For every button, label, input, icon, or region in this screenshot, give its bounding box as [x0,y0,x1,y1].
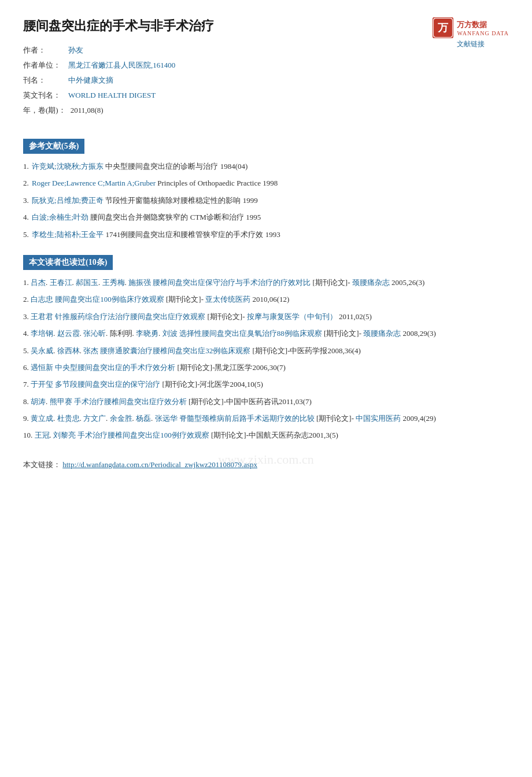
logo-sub-text: WANFANG DATA [457,30,509,36]
related-7-title[interactable]: 多节段腰间盘突出症的保守治疗 [55,380,160,388]
institution-label: 作者单位： [23,58,64,73]
related-item-6: 6. 遇恒新 中央型腰间盘突出症的手术疗效分析 [期刊论文]-黑龙江医学2006… [23,361,509,374]
related-4-author-2[interactable]: 赵云霞 [57,329,80,338]
svg-text:万: 万 [437,22,449,34]
related-8-author-1[interactable]: 胡涛 [31,397,46,406]
refs-section-header: 参考文献(5条) [23,139,84,154]
related-1-author-1[interactable]: 吕杰 [31,278,46,287]
journal-label: 刊名： [23,73,64,88]
related-7-author[interactable]: 于开玺 [31,380,53,388]
ref-5-year: 1993 [265,230,280,239]
related-item-9: 9. 黄立成. 杜贵忠. 方文广. 余金胜. 杨磊. 张远华 脊髓型颈椎病前后路… [23,412,509,425]
journal-link[interactable]: 中外健康文摘 [68,76,113,84]
ref-1-authors[interactable]: 许竞斌;沈晓秋;方振东 [32,162,104,171]
year-label: 年，卷(期)： [23,103,66,118]
related-9-author-4[interactable]: 余金胜 [110,414,132,423]
related-8-title[interactable]: 手术治疗腰椎间盘突出症疗效分析 [74,397,187,406]
ref-5-title: 1741例腰间盘突出症和腰椎管狭窄症的手术疗效 [105,230,265,239]
ref-4-title: 腰间盘突出合并侧隐窝狭窄的 CTM诊断和治疗 [90,213,246,221]
institution-value: 黑龙江省嫩江县人民医院,161400 [68,58,175,73]
related-item-10: 10. 王冠. 刘黎亮 手术治疗腰椎间盘突出症100例疗效观察 [期刊论文]-中… [23,428,509,442]
ref-2-year: 1998 [263,179,278,187]
related-1-author-3[interactable]: 郝国玉 [76,278,98,287]
ref-1-title: 中央型腰间盘突出症的诊断与治疗 [105,162,220,171]
related-2-title[interactable]: 腰间盘突出症100例临床疗效观察 [55,295,164,304]
ref-3-title: 节段性开窗髓核摘除对腰椎稳定性的影响 [105,196,242,205]
ref-2-title: Principles of Orthopaedic Practice [157,179,263,187]
ref-item-2: 2. Roger Dee;Lawrence C;Martin A;Gruber … [23,176,509,190]
en-journal-value: WORLD HEALTH DIGEST [68,88,156,103]
related-5-author-3[interactable]: 张杰 [83,346,98,355]
related-9-author-2[interactable]: 杜贵忠 [57,414,80,423]
related-4-author-5[interactable]: 李晓勇 [136,329,158,338]
en-journal-link[interactable]: WORLD HEALTH DIGEST [68,91,156,99]
related-5-author-2[interactable]: 徐西林 [57,346,80,355]
related-4-author-1[interactable]: 李培钢 [31,329,53,338]
ref-4-year: 1995 [246,213,261,221]
related-10-title[interactable]: 手术治疗腰椎间盘突出症100例疗效观察 [77,431,209,439]
ref-5-authors[interactable]: 李稔生;陆裕朴;王金平 [32,230,104,239]
related-4-title[interactable]: 选择性腰间盘突出症臭氧治疗88例临床观察 [179,329,322,338]
related-item-7: 7. 于开玺 多节段腰间盘突出症的保守治疗 [期刊论文]-河北医学2004,10… [23,378,509,391]
related-9-author-3[interactable]: 方文广 [83,414,106,423]
ref-2-authors[interactable]: Roger Dee;Lawrence C;Martin A;Gruber [32,179,156,187]
author-label: 作者： [23,43,64,58]
related-5-title[interactable]: 腰痹通胶囊治疗腰椎间盘突出症32例临床观察 [100,346,250,355]
footer-link-section: 本文链接： http://d.wanfangdata.com.cn/Period… [23,460,509,470]
related-8-author-2[interactable]: 熊甲赛 [50,397,72,406]
ref-4-authors[interactable]: 白波;余楠生;叶劲 [32,213,88,221]
related-6-title[interactable]: 中央型腰间盘突出症的手术疗效分析 [55,363,175,372]
ref-1-year: 1984(04) [220,162,248,171]
logo-brand-text: 万方数据 [457,20,509,30]
ref-item-3: 3. 阮狄克;吕维加;费正奇 节段性开窗髓核摘除对腰椎稳定性的影响 1999 [23,194,509,207]
related-5-author-1[interactable]: 吴永威 [31,346,53,355]
related-10-author-2[interactable]: 刘黎亮 [53,431,76,439]
ref-item-1: 1. 许竞斌;沈晓秋;方振东 中央型腰间盘突出症的诊断与治疗 1984(04) [23,160,509,173]
related-9-author-5[interactable]: 杨磊 [136,414,151,423]
related-1-author-5[interactable]: 施振强 [128,278,151,287]
ref-3-authors[interactable]: 阮狄克;吕维加;费正奇 [32,196,104,205]
related-item-4: 4. 李培钢. 赵云霞. 张沁昕. 陈利明. 李晓勇. 刘波 选择性腰间盘突出症… [23,327,509,340]
related-1-journal[interactable]: 颈腰痛杂志 [352,278,390,287]
ref-item-5: 5. 李稔生;陆裕朴;王金平 1741例腰间盘突出症和腰椎管狭窄症的手术疗效 1… [23,228,509,241]
institution-link[interactable]: 黑龙江省嫩江县人民医院,161400 [68,61,175,69]
related-3-journal[interactable]: 按摩与康复医学（中旬刊） [247,312,337,321]
related-item-1: 1. 吕杰. 王春江. 郝国玉. 王秀梅. 施振强 腰椎间盘突出症保守治疗与手术… [23,276,509,289]
related-item-5: 5. 吴永威. 徐西林. 张杰 腰痹通胶囊治疗腰椎间盘突出症32例临床观察 [期… [23,344,509,357]
related-9-author-1[interactable]: 黄立成 [31,414,53,423]
related-2-journal[interactable]: 亚太传统医药 [205,295,250,304]
year-value: 2011,08(8) [71,103,104,118]
author-link[interactable]: 孙友 [68,46,83,54]
footer-link-label: 本文链接： [23,460,61,469]
related-1-title[interactable]: 腰椎间盘突出症保守治疗与手术治疗的疗效对比 [153,278,311,287]
ref-item-4: 4. 白波;余楠生;叶劲 腰间盘突出合并侧隐窝狭窄的 CTM诊断和治疗 1995 [23,210,509,224]
wanfang-logo-icon: 万 [433,17,453,38]
related-item-2: 2. 白志忠 腰间盘突出症100例临床疗效观察 [期刊论文]- 亚太传统医药 2… [23,293,509,306]
related-10-author-1[interactable]: 王冠 [35,431,50,439]
logo-area: 万 万方数据 WANFANG DATA 文献链接 [433,17,509,49]
journal-value: 中外健康文摘 [68,73,113,88]
related-9-journal[interactable]: 中国实用医药 [356,414,401,423]
author-value: 孙友 [68,43,83,58]
ref-3-year: 1999 [243,196,258,205]
related-1-num: 1. [23,278,31,287]
related-item-3: 3. 王君君 针推服药综合疗法治疗腰间盘突出症疗效观察 [期刊论文]- 按摩与康… [23,310,509,323]
related-1-author-2[interactable]: 王春江 [50,278,72,287]
related-item-8: 8. 胡涛. 熊甲赛 手术治疗腰椎间盘突出症疗效分析 [期刊论文]-中国中医药咨… [23,395,509,408]
related-9-author-6[interactable]: 张远华 [155,414,178,423]
en-journal-label: 英文刊名： [23,88,64,103]
related-4-journal[interactable]: 颈腰痛杂志 [363,329,401,338]
footer-link-url[interactable]: http://d.wanfangdata.com.cn/Periodical_z… [62,460,257,469]
related-4-author-6[interactable]: 刘波 [162,329,178,338]
related-3-author[interactable]: 王君君 [31,312,53,321]
related-list: 1. 吕杰. 王春江. 郝国玉. 王秀梅. 施振强 腰椎间盘突出症保守治疗与手术… [23,276,509,442]
related-4-author-3[interactable]: 张沁昕 [83,329,106,338]
related-section-header: 本文读者也读过(10条) [23,255,113,270]
page-title: 腰间盘突出症的手术与非手术治疗 [23,17,214,35]
related-6-author[interactable]: 遇恒新 [31,363,53,372]
related-9-title[interactable]: 脊髓型颈椎病前后路手术远期疗效的比较 [179,414,315,423]
related-1-author-4[interactable]: 王秀梅 [102,278,125,287]
related-3-title[interactable]: 针推服药综合疗法治疗腰间盘突出症疗效观察 [55,312,205,321]
related-2-author[interactable]: 白志忠 [31,295,53,304]
refs-list: 1. 许竞斌;沈晓秋;方振东 中央型腰间盘突出症的诊断与治疗 1984(04) … [23,160,509,241]
